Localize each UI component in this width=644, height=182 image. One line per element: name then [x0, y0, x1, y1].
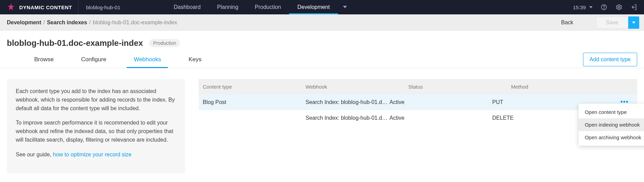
help-paragraph-3: See our guide, how to optimize your reco… [16, 151, 176, 159]
menu-open-archiving-webhook[interactable]: Open archiving webhook [579, 131, 644, 144]
nav-planning[interactable]: Planning [209, 0, 247, 14]
save-dropdown-button[interactable] [628, 16, 639, 29]
nav-dashboard[interactable]: Dashboard [165, 0, 209, 14]
table-row[interactable]: Blog Post Search Index: bloblog-hub-01.d… [199, 94, 637, 110]
nav-development[interactable]: Development [289, 0, 338, 14]
add-content-type-button[interactable]: Add content type [583, 53, 637, 66]
svg-marker-1 [343, 6, 347, 8]
menu-open-indexing-webhook[interactable]: Open indexing webhook [579, 118, 644, 131]
help-panel: Each content type you add to the index h… [7, 79, 185, 173]
cell-webhook: Search Index: bloblog-hub-01.doc-exa… [306, 115, 389, 121]
help-paragraph-1: Each content type you add to the index h… [16, 87, 176, 113]
time-text: 15:39 [573, 4, 586, 10]
cell-status: Active [389, 99, 492, 105]
logout-icon[interactable] [630, 3, 638, 11]
svg-point-4 [604, 9, 604, 9]
row-context-menu: Open content type Open indexing webhook … [579, 104, 644, 146]
cell-webhook: Search Index: bloblog-hub-01.doc-exa… [306, 99, 389, 105]
brand[interactable]: DYNAMIC CONTENT [0, 0, 78, 14]
breadcrumb-separator: / [87, 20, 92, 26]
help-icon[interactable] [600, 3, 608, 11]
breadcrumb-separator: / [41, 20, 47, 26]
help-guide-prefix: See our guide, [16, 152, 53, 157]
svg-marker-0 [8, 3, 15, 10]
chevron-down-icon [589, 6, 593, 9]
tab-keys[interactable]: Keys [182, 51, 208, 68]
page-title: bloblog-hub-01.doc-example-index [7, 38, 143, 48]
svg-marker-6 [632, 22, 635, 24]
col-header-webhook: Webhook [306, 84, 408, 90]
nav-more-caret-icon[interactable] [338, 0, 352, 14]
col-header-content-type: Content type [203, 84, 306, 90]
webhooks-table: Content type Webhook Status Method Blog … [199, 79, 637, 173]
col-header-status: Status [408, 84, 511, 90]
help-paragraph-2: To improve search performance it is reco… [16, 119, 176, 144]
svg-marker-2 [589, 6, 593, 8]
breadcrumb-development[interactable]: Development [7, 20, 41, 26]
environment-badge: Production [149, 39, 180, 47]
col-header-method: Method [511, 84, 616, 90]
cell-content-type: Blog Post [203, 99, 306, 105]
tab-configure[interactable]: Configure [74, 51, 113, 68]
back-button[interactable]: Back [561, 20, 591, 26]
brand-logo-icon [6, 2, 16, 12]
svg-point-5 [618, 6, 620, 8]
nav-production[interactable]: Production [247, 0, 289, 14]
tab-webhooks[interactable]: Webhooks [127, 51, 168, 68]
hub-name[interactable]: bloblog-hub-01 [78, 4, 128, 10]
brand-text: DYNAMIC CONTENT [19, 4, 72, 10]
cell-content-type [203, 115, 306, 121]
breadcrumb-search-indexes[interactable]: Search indexes [47, 20, 87, 26]
help-guide-link[interactable]: how to optimize your record size [53, 152, 132, 157]
menu-open-content-type[interactable]: Open content type [579, 106, 644, 118]
save-button: Save [596, 16, 628, 29]
gear-icon[interactable] [615, 3, 623, 11]
table-row[interactable]: Search Index: bloblog-hub-01.doc-exa… Ac… [199, 110, 637, 126]
tab-browse[interactable]: Browse [27, 51, 61, 68]
time-display[interactable]: 15:39 [573, 4, 593, 10]
cell-status: Active [389, 115, 492, 121]
breadcrumb-current: bloblog-hub-01.doc-example-index [93, 20, 177, 26]
